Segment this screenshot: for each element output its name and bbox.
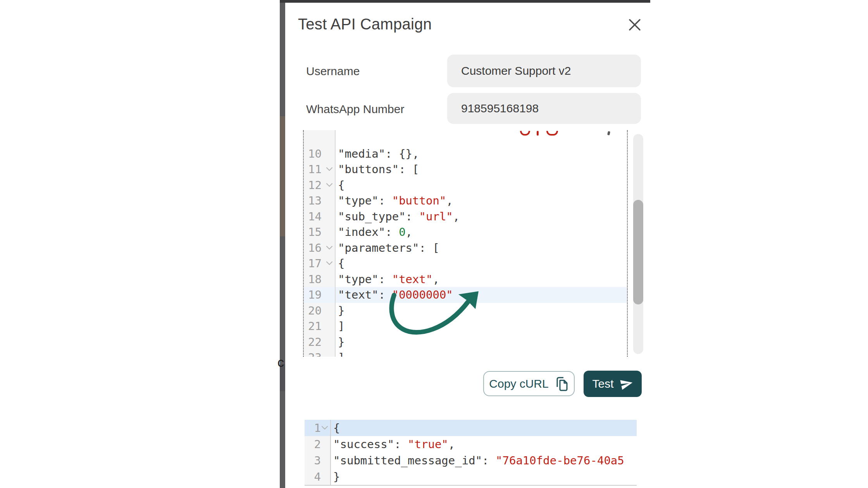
line-gutter: 15: [304, 224, 335, 240]
username-input[interactable]: [447, 55, 641, 87]
code-text: {: [330, 420, 637, 436]
copy-curl-button[interactable]: Copy cURL: [483, 371, 575, 396]
window-edge-segment: [280, 116, 285, 236]
line-gutter: 4: [305, 469, 330, 485]
red-descender-mark: [546, 131, 558, 136]
line-gutter: 14: [304, 209, 335, 225]
red-descender-mark: [537, 131, 539, 136]
response-json-viewer: 1{2 "success": "true",3 "submitted_messa…: [305, 420, 637, 486]
clipped-code-fragments: [335, 130, 627, 146]
line-gutter: 19: [304, 287, 335, 303]
line-number: 20: [308, 304, 322, 317]
request-json-editor[interactable]: 10 "media": {},11 "buttons": [12 {13 "ty…: [303, 130, 646, 357]
code-text: "parameters": [: [335, 240, 627, 256]
line-number: 11: [308, 163, 322, 176]
code-text: }: [335, 303, 627, 319]
code-text: ],: [335, 350, 627, 357]
code-text: "success": "true",: [330, 436, 637, 452]
code-line: 16 "parameters": [: [304, 240, 627, 256]
close-button[interactable]: [625, 15, 645, 35]
code-text: }: [335, 334, 627, 350]
fold-chevron-icon[interactable]: [326, 261, 333, 266]
line-number: 17: [308, 257, 322, 270]
line-number: 15: [308, 225, 322, 239]
editor-right-border: [627, 130, 628, 357]
code-line: 13 "type": "button",: [304, 193, 627, 209]
line-gutter: 3: [305, 452, 330, 469]
code-line: 18 "type": "text",: [304, 271, 627, 287]
line-number: 2: [314, 438, 321, 451]
gutter-divider: [330, 420, 331, 485]
code-line: 3 "submitted_message_id": "76a10fde-be76…: [305, 452, 637, 469]
line-gutter: 11: [304, 162, 335, 177]
line-gutter: 18: [304, 271, 335, 287]
username-label: Username: [306, 65, 360, 78]
line-gutter: 17: [304, 256, 335, 271]
window-top-edge-bar: [280, 0, 650, 3]
scrollbar-thumb[interactable]: [633, 200, 643, 304]
code-line: 20 }: [304, 303, 627, 319]
line-gutter: 10: [304, 146, 335, 162]
code-line: 14 "sub_type": "url",: [304, 209, 627, 225]
line-gutter: 16: [304, 240, 335, 256]
line-gutter: 1: [305, 420, 330, 436]
code-text: "buttons": [: [335, 162, 627, 177]
screen: c Test API Campaign Username WhatsApp Nu…: [0, 0, 868, 488]
line-number: 1: [314, 421, 321, 435]
code-line: 10 "media": {},: [304, 146, 627, 162]
whatsapp-number-input[interactable]: [447, 93, 641, 124]
line-number: 4: [314, 470, 321, 483]
line-number: 3: [314, 454, 321, 467]
line-number: 14: [308, 210, 322, 223]
test-label: Test: [592, 377, 613, 390]
code-text: "submitted_message_id": "76a10fde-be76-4…: [330, 452, 637, 469]
code-line: 22 }: [304, 334, 627, 350]
code-line: 1{: [305, 420, 637, 436]
fold-chevron-icon[interactable]: [326, 183, 333, 187]
code-line: 2 "success": "true",: [305, 436, 637, 452]
close-icon: [628, 18, 642, 32]
code-line: 12 {: [304, 177, 627, 193]
clipped-code-line: [304, 130, 627, 146]
request-code-rows: 10 "media": {},11 "buttons": [12 {13 "ty…: [304, 130, 627, 357]
code-line: 23 ],: [304, 350, 627, 357]
line-number: 18: [308, 273, 322, 286]
response-code-rows: 1{2 "success": "true",3 "submitted_messa…: [305, 420, 637, 485]
line-gutter: 21: [304, 318, 335, 334]
modal-title: Test API Campaign: [298, 15, 432, 33]
red-descender-mark: [520, 131, 530, 136]
code-line: 21 ]: [304, 318, 627, 334]
comma-mark: [607, 131, 610, 135]
gutter-divider: [335, 130, 336, 357]
line-gutter: 23: [304, 350, 335, 357]
fold-chevron-icon[interactable]: [321, 426, 329, 430]
test-button[interactable]: Test: [584, 371, 642, 397]
code-line: 4}: [305, 469, 637, 485]
code-text: ]: [335, 318, 627, 334]
code-line: 19 "text": "0000000": [304, 287, 627, 303]
fold-chevron-icon[interactable]: [326, 246, 333, 250]
line-number: 10: [308, 147, 322, 160]
code-text: "media": {},: [335, 146, 627, 162]
line-number: 23: [308, 351, 322, 357]
code-line: 15 "index": 0,: [304, 224, 627, 240]
code-line: 11 "buttons": [: [304, 162, 627, 177]
line-gutter: 2: [305, 436, 330, 452]
line-gutter: [304, 130, 335, 146]
line-gutter: 20: [304, 303, 335, 319]
line-number: 19: [308, 288, 322, 301]
code-line: 17 {: [304, 256, 627, 271]
code-text: }: [330, 469, 637, 485]
code-text: {: [335, 177, 627, 193]
window-left-edge-bar: [280, 0, 285, 488]
code-text: "text": "0000000": [335, 287, 627, 303]
code-text: "type": "button",: [335, 193, 627, 209]
line-number: 22: [308, 335, 322, 349]
copy-icon: [555, 376, 569, 392]
line-number: 12: [308, 179, 322, 192]
fold-chevron-icon[interactable]: [326, 167, 333, 172]
background-stray-letter: c: [277, 355, 284, 370]
line-number: 16: [308, 241, 322, 254]
send-icon: [618, 376, 634, 392]
code-text: {: [335, 256, 627, 271]
